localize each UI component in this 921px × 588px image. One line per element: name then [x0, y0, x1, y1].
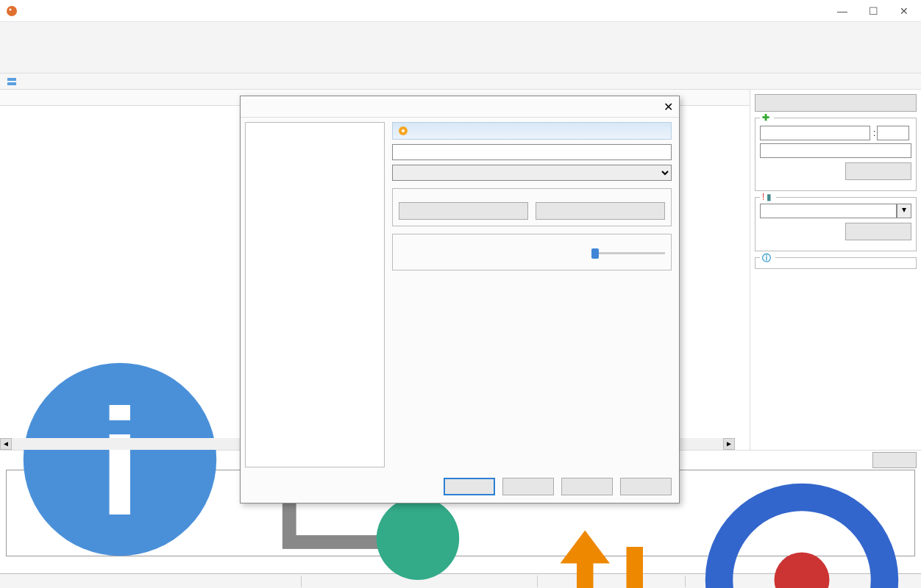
- apply-button[interactable]: [561, 478, 613, 495]
- maximize-button[interactable]: ☐: [862, 5, 884, 17]
- updown-icon: [544, 514, 676, 588]
- update-url-field[interactable]: [760, 204, 897, 218]
- language-select[interactable]: [392, 165, 672, 181]
- main-toolbar: [0, 22, 921, 74]
- minimize-button[interactable]: —: [831, 5, 853, 17]
- gear-icon: [397, 125, 409, 137]
- status-bar: [0, 573, 921, 588]
- ok-button[interactable]: [444, 478, 495, 495]
- cancel-button[interactable]: [502, 478, 554, 495]
- handle-ed2k-links-button[interactable]: [536, 202, 665, 220]
- options-category-list: [245, 122, 385, 467]
- plus-icon: ✚: [762, 112, 769, 123]
- status-left: [0, 574, 12, 588]
- add-to-list-button[interactable]: [845, 162, 911, 180]
- app-icon: [6, 5, 18, 17]
- misc-group: [392, 188, 672, 226]
- new-server-group: ✚ :: [755, 118, 917, 191]
- right-panel: ✚ : !▮ ▾: [750, 90, 921, 450]
- update-servermet-group: !▮ ▾: [755, 197, 917, 251]
- edit-web-services-button[interactable]: [399, 202, 528, 220]
- svg-point-13: [402, 129, 405, 132]
- servers-bar: [0, 74, 921, 90]
- svg-point-1: [10, 8, 12, 10]
- dialog-close-button[interactable]: ✕: [664, 100, 673, 114]
- options-dialog: ✕: [240, 96, 680, 503]
- scroll-left-arrow[interactable]: ◄: [0, 438, 12, 450]
- svg-point-9: [377, 498, 460, 581]
- titlebar: — ☐ ✕: [0, 0, 921, 22]
- username-field[interactable]: [392, 144, 672, 160]
- svg-rect-2: [7, 78, 16, 81]
- close-button[interactable]: ✕: [893, 5, 915, 17]
- help-button[interactable]: [620, 478, 672, 495]
- svg-point-0: [7, 6, 17, 16]
- port-field[interactable]: [877, 126, 909, 140]
- scroll-right-arrow[interactable]: ►: [723, 438, 735, 450]
- svg-point-11: [775, 553, 830, 589]
- reset-button[interactable]: [872, 452, 917, 468]
- startup-group: [392, 234, 672, 270]
- svg-rect-3: [7, 82, 16, 85]
- info-icon: ⓘ: [762, 252, 771, 265]
- server-icon: [6, 76, 18, 87]
- network-icon: [691, 470, 912, 588]
- server-name-field[interactable]: [760, 143, 911, 158]
- update-button[interactable]: [845, 223, 911, 240]
- version-check-slider[interactable]: [591, 242, 665, 264]
- url-dropdown-button[interactable]: ▾: [897, 204, 911, 218]
- options-pane-general: [385, 118, 679, 472]
- alert-icon: !: [762, 192, 764, 202]
- connect-button[interactable]: [755, 94, 917, 112]
- my-info-group: ⓘ: [755, 257, 917, 269]
- ip-field[interactable]: [760, 126, 870, 140]
